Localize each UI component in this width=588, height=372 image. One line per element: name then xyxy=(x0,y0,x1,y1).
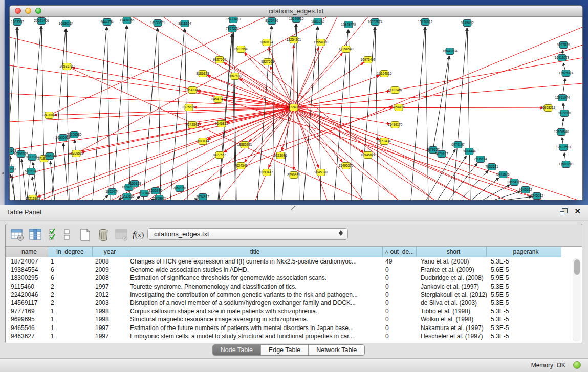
graph-node[interactable]: 9860124 xyxy=(260,39,273,46)
graph-node[interactable]: 9881372 xyxy=(311,18,324,25)
table-row[interactable]: 969969511998Structural magnetic resonanc… xyxy=(6,315,582,323)
graph-node[interactable]: 12103583 xyxy=(556,144,571,151)
graph-node[interactable]: 7957224 xyxy=(226,26,239,32)
graph-node[interactable]: 16164816 xyxy=(377,71,392,77)
graph-node[interactable]: 2803144 xyxy=(196,138,209,145)
table-row[interactable]: 911546021997Tourette syndrome. Phenomeno… xyxy=(6,282,582,291)
graph-node[interactable]: 8471676 xyxy=(496,171,510,178)
graph-node[interactable]: 22420046 xyxy=(42,112,57,119)
graph-node[interactable]: 8454749 xyxy=(211,96,225,103)
graph-node[interactable]: 19404056 xyxy=(120,17,135,24)
column-header-title[interactable]: title xyxy=(127,247,383,257)
table-row[interactable]: 1938455462009Genome-wide association stu… xyxy=(6,266,582,274)
network-graph[interactable]: 1872400791544091610748716164816109734931… xyxy=(10,17,582,200)
splitter-grip-icon[interactable] xyxy=(291,206,296,210)
graph-node[interactable]: 16411078 xyxy=(555,55,570,61)
column-header-in_degree[interactable]: in_degree xyxy=(48,247,93,257)
graph-node[interactable]: 9193447 xyxy=(260,169,273,176)
graph-node[interactable]: 9146821 xyxy=(215,121,228,127)
graph-node[interactable]: 15751074 xyxy=(555,95,570,101)
tab-network-table[interactable]: Network Table xyxy=(309,345,364,355)
network-file-select[interactable]: citations_edges.txt xyxy=(147,228,348,240)
graph-node[interactable]: 7932621 xyxy=(485,164,498,170)
graph-node[interactable]: 10230635 xyxy=(120,193,135,200)
select-all-rows-icon[interactable] xyxy=(48,228,61,242)
graph-node[interactable]: 13525074 xyxy=(559,70,574,77)
table-row[interactable]: 1456911722003Disruption of a novel membe… xyxy=(6,299,582,307)
graph-node[interactable]: 16640910 xyxy=(289,17,304,23)
graph-node[interactable]: 9129966 xyxy=(558,110,571,117)
graph-node[interactable]: 8790931 xyxy=(287,172,300,179)
graph-node[interactable]: 9679197 xyxy=(435,151,448,158)
graph-node[interactable]: 9827509 xyxy=(213,57,226,63)
graph-node[interactable]: 6479197 xyxy=(451,142,465,148)
graph-node[interactable]: 8186328 xyxy=(196,71,209,77)
splitter-collapse-arrow-icon[interactable]: ◄ xyxy=(1,171,4,176)
table-scrollbar-thumb[interactable] xyxy=(574,259,580,275)
column-header-pagerank[interactable]: pagerank xyxy=(487,247,561,257)
graph-node[interactable]: 15885201 xyxy=(237,142,252,148)
table-row[interactable]: 946554611997Estimation of the future num… xyxy=(6,324,582,332)
graph-node[interactable]: 15276012 xyxy=(418,19,433,26)
graph-node[interactable]: 10552874 xyxy=(368,19,383,26)
graph-node[interactable]: 9310563 xyxy=(10,166,16,173)
table-row[interactable]: 977716911998Corpus callosum shape and si… xyxy=(6,307,582,315)
graph-node[interactable]: 7624542 xyxy=(234,163,248,169)
graph-node[interactable]: 12154540 xyxy=(339,46,354,53)
graph-node[interactable]: 17501283 xyxy=(559,161,574,168)
graph-node[interactable]: 15958213 xyxy=(541,105,556,112)
graph-node[interactable]: 8818304 xyxy=(178,20,191,27)
graph-node[interactable]: 9474444 xyxy=(463,148,476,155)
select-column-icon[interactable] xyxy=(29,228,42,242)
graph-node[interactable]: 16648794 xyxy=(443,48,458,55)
tab-node-table[interactable]: Node Table xyxy=(213,345,261,355)
column-header-year[interactable]: year xyxy=(93,247,127,257)
graph-node[interactable]: 7852358 xyxy=(173,185,186,192)
graph-node[interactable]: 12254301 xyxy=(287,37,301,43)
memory-indicator-icon[interactable] xyxy=(573,361,581,369)
function-builder-icon[interactable]: f(x) xyxy=(133,230,146,243)
graph-node[interactable]: 1952474 xyxy=(105,189,119,195)
tab-edge-table[interactable]: Edge Table xyxy=(261,345,309,355)
graph-node[interactable]: 10848479 xyxy=(341,21,356,28)
graph-node[interactable]: 1063557 xyxy=(11,19,24,26)
graph-node[interactable]: 9873102 xyxy=(26,154,39,161)
graph-node[interactable]: 9245612 xyxy=(461,20,474,27)
table-row[interactable]: 1872400712008Changes of HCN gene express… xyxy=(6,257,582,266)
graph-node[interactable]: 9034817 xyxy=(196,194,209,201)
graph-node[interactable]: 12106540 xyxy=(554,129,569,136)
delete-table-icon[interactable] xyxy=(97,228,110,242)
table-scrollbar[interactable] xyxy=(573,258,581,341)
graph-node[interactable]: 15495370 xyxy=(339,163,354,169)
graph-node[interactable]: 9227885 xyxy=(557,42,570,49)
close-panel-icon[interactable]: ✕ xyxy=(574,208,581,215)
graph-node[interactable]: 15499170 xyxy=(388,122,403,128)
graph-node[interactable]: 9153434 xyxy=(378,138,391,145)
graph-node[interactable]: 20691406 xyxy=(34,18,49,25)
column-header-name[interactable]: name xyxy=(6,247,48,257)
graph-node[interactable]: 9444754 xyxy=(100,19,114,26)
float-panel-icon[interactable] xyxy=(560,208,567,215)
new-table-icon[interactable] xyxy=(79,228,92,242)
table-row[interactable]: 2242004622012Investigating the contribut… xyxy=(6,291,582,299)
graph-node[interactable]: 16107487 xyxy=(388,87,403,94)
graph-node[interactable]: 9245012 xyxy=(530,193,543,200)
graph-node[interactable]: 10630134 xyxy=(59,20,74,27)
graph-node[interactable]: 9154409 xyxy=(392,104,405,111)
graph-node[interactable]: 10973493 xyxy=(361,57,376,63)
clear-selection-icon[interactable] xyxy=(63,228,71,242)
column-header-out_de[interactable]: △out_de... xyxy=(383,247,417,257)
graph-node[interactable]: 3175685 xyxy=(182,104,195,111)
column-header-short[interactable]: short xyxy=(417,247,487,257)
graph-node[interactable]: 9845370 xyxy=(314,169,328,176)
graph-node[interactable]: 16130521 xyxy=(150,20,165,27)
graph-node[interactable]: 8912954 xyxy=(234,46,248,53)
table-row[interactable]: 1830029562008Estimation of significance … xyxy=(6,274,582,282)
graph-node[interactable]: 8125430 xyxy=(265,18,278,25)
graph-node[interactable]: 10654112 xyxy=(507,179,522,186)
table-options-icon[interactable] xyxy=(11,228,24,242)
graph-node[interactable]: 2935114 xyxy=(474,156,487,163)
table-row[interactable]: 946362711997Embryonic stem cells: a mode… xyxy=(6,332,582,340)
graph-node[interactable]: 18309519 xyxy=(69,150,84,157)
graph-node[interactable]: 10543342 xyxy=(185,87,200,94)
